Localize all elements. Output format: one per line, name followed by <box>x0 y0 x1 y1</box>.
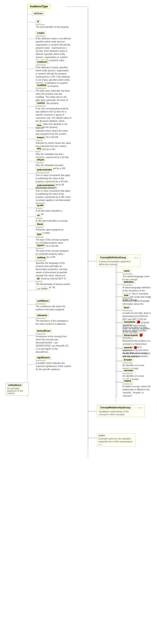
prop-how-box: how <box>36 124 43 127</box>
prop-significance-desc: A qualifier which indicates the expected… <box>36 362 71 371</box>
crg-multiplicity: 0..∞ <box>139 406 142 409</box>
prop-qcode-box: qcode <box>36 204 45 207</box>
prop-pubconstrainturi-box: pubconstrainturi <box>36 184 56 187</box>
prop-confidence: confidence xxxxxxxxxx The confidence wit… <box>36 299 71 311</box>
hash-other-bottom-label: #other <box>98 434 134 437</box>
prop-pubconstrainturi-desc: One or many constraints that apply to pu… <box>36 190 71 205</box>
prop-dir-dots: xxxxxxx <box>36 280 71 283</box>
prop-derivedfrom-dots: xxxxxxxxxx <box>36 333 71 335</box>
hash-other-bottom-box: #other Extension point for non-standard … <box>97 434 136 446</box>
prop-creatoruri-dots: xxxxxxxxxx <box>36 64 71 66</box>
cdg-definition-dots: xxxxxxxxxx <box>122 284 151 286</box>
prop-whyuri-box: whyuri <box>36 158 45 162</box>
schema-container: AudienceType attributes id xxxxxxxxx The… <box>0 0 157 638</box>
prop-pubconstrainturi: pubconstrainturi xxxxxxxxxxxxxxxxxxx One… <box>36 184 71 205</box>
cdg-related-desc: A related concept, where the relationshi… <box>122 385 151 398</box>
prop-relevance-box: relevance <box>36 314 49 317</box>
prop-pubconstrainturi-dots: xxxxxxxxxxxxxxxxxxx <box>36 187 71 190</box>
concept-relationships-group-desc: Qualitative relationships of the concept… <box>99 410 132 416</box>
cdg-definition-box: definition <box>122 280 135 284</box>
prop-uri-box: uri <box>36 214 41 217</box>
cdg-facet-dots: xxxxxxxxxx <box>122 310 151 312</box>
prop-dir-box: dir <box>36 277 41 280</box>
prop-xmllang-dots: xxxxxxxxxx <box>36 260 71 262</box>
prop-confidence-box: confidence <box>36 299 50 303</box>
prop-creator-desc: If the attribute's value is not defined,… <box>36 37 71 62</box>
cdg-remoteinfo-box: remoteInfo <box>122 320 137 324</box>
prop-why-box: why <box>36 147 43 150</box>
cdg-note-box: note <box>122 294 130 297</box>
prop-creator: creator xxxxxxxxxx If the attribute's va… <box>36 31 71 62</box>
cdg-sameas-dots: xxxxxxxxxx <box>122 350 151 352</box>
cdg-related: related xxxxxxxxxx A related concept, wh… <box>122 379 151 398</box>
prop-id-dots: xxxxxxxxx <box>36 23 69 26</box>
prop-qcode-dots: xxxxxxx <box>36 207 71 210</box>
prop-how-dots: xxxxxxxx <box>36 127 71 130</box>
prop-other-use-box: use #other <box>36 287 49 290</box>
prop-xmllang-box: xmllang <box>36 256 47 260</box>
cdg-broader-dots: xxxxxxxxxx <box>122 362 151 364</box>
cdg-name-box: name <box>122 269 131 273</box>
prop-id: id xxxxxxxxx The local identifier of the… <box>36 20 69 29</box>
prop-custom-box: custom <box>36 101 46 105</box>
cdg-related-box: related <box>122 379 132 383</box>
prop-type-dots: xxxxxxxx <box>36 236 71 238</box>
prop-why-dots: xxxxx <box>36 150 71 153</box>
prop-uri-dots: xxxxxxx <box>36 217 68 220</box>
prop-creator-dots: xxxxxxxxxx <box>36 35 71 37</box>
concept-relationships-group-title: ConceptRelationshipsGroup <box>99 406 132 410</box>
cdg-remoteinfo-dots: xxxxxxxxxx <box>122 324 151 326</box>
prop-typeuri-box: typeuri <box>36 244 46 247</box>
hash-other-bottom-desc: Extension point for non-standard propert… <box>98 437 134 443</box>
prop-uri-desc: A URI which identifies a concept. <box>36 220 68 222</box>
prop-custom-dots: xxxxxxxxxx <box>36 105 71 107</box>
prop-relevance-desc: The relevance of the metadata to the new… <box>36 320 71 326</box>
cdg-hierarchyinfo-dots: xxxxxxxxxx <box>122 337 151 340</box>
cdg-narrower-dots: xxxxxxxxxx <box>122 372 151 374</box>
remote-info-badge: i <box>137 320 140 324</box>
prop-literal-box: literal <box>36 222 44 226</box>
cdg-multiplicity: 0..∞ <box>134 256 138 259</box>
hierarchy-info-badge: i <box>140 334 142 337</box>
crg-connector: ─ ─ ─ <box>133 406 138 409</box>
prop-significance-box: significance <box>36 356 51 360</box>
prop-creatoruri-box: creatoruri <box>36 60 49 64</box>
prop-id-desc: The local identifier of the property. <box>36 26 69 29</box>
hash-other-bottom-multiplicity: 0..∞ <box>98 444 134 446</box>
prop-derivedfrom: derivedFrom xxxxxxxxxx A reference to th… <box>36 329 71 354</box>
cdg-sameas-desc: An identifier of a concept with equivale… <box>122 352 151 358</box>
audience-type-title: AudienceType <box>27 4 50 9</box>
concept-definition-group-box: ConceptDefinitionGroup ─ ─ ─ 0..∞ A grou… <box>97 254 140 267</box>
prop-confidence-dots: xxxxxxxxxx <box>36 303 71 305</box>
cdg-connector: ─ ─ ─ <box>128 256 134 259</box>
prop-type-box: type <box>36 232 43 236</box>
prop-derivedfrom-box: derivedFrom <box>36 329 52 333</box>
prop-literal-dots: xxxxxxxx <box>36 226 71 228</box>
prop-howuri-dots: xxxxxxx <box>36 140 71 142</box>
prop-pubconstraint-box: pubconstraint <box>36 168 53 172</box>
prop-why: why xxxxx Why the metadata has been incl… <box>36 147 71 159</box>
concept-relationships-group-box: ConceptRelationshipsGroup ─ ─ ─ 0..∞ Qua… <box>97 404 144 417</box>
cdg-facet-box: facet <box>122 306 130 310</box>
prop-derivedfrom-desc: A reference to the concept from which th… <box>36 335 71 354</box>
ext-audience-box: extAudience An excluded audience for the… <box>6 382 29 396</box>
prop-relevance: relevance xxxxxxxxxx The relevance of th… <box>36 314 71 326</box>
prop-whyuri-dots: xxxxxxxx <box>36 162 71 164</box>
prop-significance: significance xxxxxxxxxx A qualifier whic… <box>36 356 71 371</box>
concept-definition-group-desc: A group of properties required to define… <box>99 260 132 266</box>
cdg-name: name xxxxxxxxxx The natural language nam… <box>122 269 151 281</box>
prop-howuri-box: howuri <box>36 136 46 140</box>
prop-modified-dots: xxxxxxxxxx <box>36 87 71 89</box>
attributes-label: attributes <box>34 12 43 15</box>
cdg-hierarchyinfo-box: hierarchyInfo <box>122 334 139 337</box>
cdg-narrower-box: narrower <box>122 368 135 372</box>
prop-significance-dots: xxxxxxxxxx <box>36 360 71 362</box>
prop-other-use: use #other <box>36 287 49 290</box>
cdg-related-dots: xxxxxxxxxx <box>122 383 151 385</box>
cdg-sameas-box: sameAs <box>122 346 134 350</box>
prop-pubconstraint-dots: xxxxxxxxxxxxxx <box>36 172 71 174</box>
prop-uri: uri xxxxxxx A URI which identifies a con… <box>36 214 68 222</box>
same-as-badge: i <box>134 346 137 349</box>
ext-audience-desc: An excluded audience for the content. <box>7 387 27 394</box>
prop-id-box: id <box>36 20 40 23</box>
